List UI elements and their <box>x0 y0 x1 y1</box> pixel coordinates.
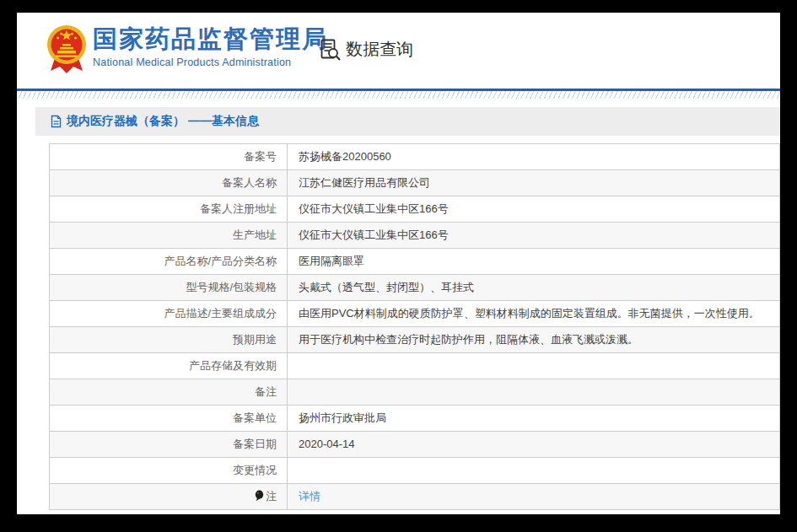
row-value: 苏扬械备20200560 <box>288 144 779 169</box>
table-row-note: 注 详情 <box>50 483 779 509</box>
row-label: 变更情况 <box>50 458 288 483</box>
brand-block: 国家药品监督管理局 National Medical Products Admi… <box>93 26 328 68</box>
row-label: 型号规格/包装规格 <box>50 275 288 300</box>
row-value: 医用隔离眼罩 <box>288 249 779 274</box>
row-label: 备案日期 <box>50 432 288 457</box>
row-value: 详情 <box>288 484 779 509</box>
row-value: 由医用PVC材料制成的硬质防护罩、塑料材料制成的固定装置组成。非无菌提供，一次性… <box>288 301 779 326</box>
row-label: 备注 <box>50 379 288 405</box>
row-label: 预期用途 <box>50 327 288 352</box>
note-detail-link[interactable]: 详情 <box>299 490 320 502</box>
row-label: 备案人名称 <box>50 170 288 196</box>
section-title: 境内医疗器械（备案） ——基本信息 <box>67 114 259 129</box>
table-row: 备案人注册地址 仪征市大仪镇工业集中区166号 <box>50 196 779 222</box>
org-name: 国家药品监督管理局 <box>93 26 328 53</box>
row-value <box>288 353 779 379</box>
row-label: 产品存储及有效期 <box>50 353 288 379</box>
table-row: 生产地址 仪征市大仪镇工业集中区166号 <box>50 222 779 248</box>
table-row: 预期用途 用于医疗机构中检查治疗时起防护作用，阻隔体液、血液飞溅或泼溅。 <box>50 326 779 352</box>
row-label: 产品名称/产品分类名称 <box>50 249 288 274</box>
row-value: 2020-04-14 <box>288 432 779 457</box>
national-emblem-icon[interactable] <box>46 23 87 75</box>
table-row: 备案单位 扬州市行政审批局 <box>50 405 779 431</box>
row-value <box>288 458 779 483</box>
row-label: 备案人注册地址 <box>50 196 288 222</box>
row-value <box>288 379 779 405</box>
site-header: 国家药品监督管理局 National Medical Products Admi… <box>17 13 780 89</box>
table-row: 产品存储及有效期 <box>50 352 779 379</box>
row-label: 备案单位 <box>50 406 288 431</box>
row-value: 用于医疗机构中检查治疗时起防护作用，阻隔体液、血液飞溅或泼溅。 <box>288 327 779 352</box>
page: 国家药品监督管理局 National Medical Products Admi… <box>17 13 780 514</box>
table-row: 备案人名称 江苏仁健医疗用品有限公司 <box>50 169 779 196</box>
table-row: 备注 <box>50 379 779 405</box>
section-title-bar: 境内医疗器械（备案） ——基本信息 <box>35 107 780 136</box>
table-row: 备案号 苏扬械备20200560 <box>50 144 779 169</box>
table-row: 产品名称/产品分类名称 医用隔离眼罩 <box>50 248 779 274</box>
nav-label: 数据查询 <box>346 38 413 61</box>
row-value: 仪征市大仪镇工业集中区166号 <box>288 223 779 248</box>
row-label: 产品描述/主要组成成分 <box>50 301 288 326</box>
row-label: 注 <box>50 484 288 509</box>
row-value: 扬州市行政审批局 <box>288 406 779 431</box>
table-row: 备案日期 2020-04-14 <box>50 431 779 457</box>
row-value: 江苏仁健医疗用品有限公司 <box>288 170 779 196</box>
table-row: 变更情况 <box>50 457 779 483</box>
note-label-text: 注 <box>266 490 277 502</box>
row-value: 头戴式（透气型、封闭型）、耳挂式 <box>288 275 779 300</box>
table-row: 型号规格/包装规格 头戴式（透气型、封闭型）、耳挂式 <box>50 274 779 300</box>
section-doc-icon <box>51 115 62 128</box>
row-value: 仪征市大仪镇工业集中区166号 <box>288 196 779 222</box>
record-table: 备案号 苏扬械备20200560 备案人名称 江苏仁健医疗用品有限公司 备案人注… <box>49 143 780 510</box>
nav-data-query[interactable]: 数据查询 <box>319 38 413 61</box>
row-label: 备案号 <box>50 144 288 169</box>
data-query-icon <box>319 38 342 61</box>
hatch-band <box>17 91 780 99</box>
table-row: 产品描述/主要组成成分 由医用PVC材料制成的硬质防护罩、塑料材料制成的固定装置… <box>50 300 779 326</box>
note-icon <box>255 486 264 511</box>
row-label: 生产地址 <box>50 223 288 248</box>
org-name-en: National Medical Products Administration <box>93 56 328 68</box>
